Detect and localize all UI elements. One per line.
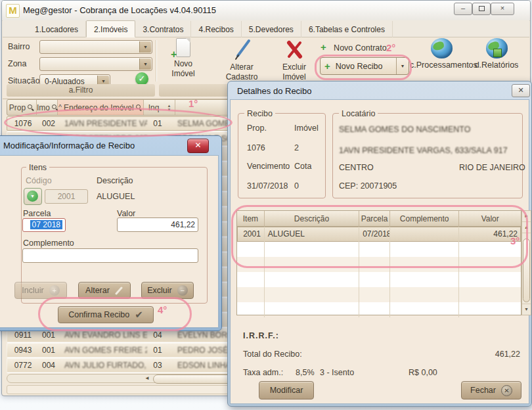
sort-asc-icon: ^ [58, 104, 62, 111]
minus-circle-icon: − [177, 285, 188, 296]
relatorios-button[interactable]: d.Relatórios [473, 38, 520, 70]
scroll-up-icon[interactable]: ▲ [522, 222, 531, 233]
tab-imoveis[interactable]: 2.Imóveis [86, 20, 135, 37]
close-button[interactable]: ✕ [187, 139, 209, 153]
col-item[interactable]: Item [237, 211, 265, 226]
ribbon-separator [156, 40, 156, 81]
complemento-label: Complemento [23, 239, 74, 248]
codigo-field[interactable]: 2001 [45, 189, 88, 204]
items-table: Item Descrição Parcela Complemento Valor… [236, 210, 521, 315]
pencil-icon [115, 286, 123, 295]
novo-recibo-button[interactable]: + Novo Recibo ▼ [320, 57, 409, 75]
parcela-label: Parcela [23, 209, 51, 218]
cota-value: 0 [294, 181, 299, 191]
codigo-picker-button[interactable]: ▼ [24, 188, 42, 205]
col-valor[interactable]: Valor [459, 211, 521, 226]
new-document-icon: + [176, 38, 190, 59]
dialog-title: Detalhes do Recibo [237, 86, 311, 96]
main-titlebar[interactable]: M Meg@gestor - Cobrança de Locações v4.0… [2, 1, 530, 21]
globe-icon [431, 38, 453, 58]
scroll-right-icon[interactable]: ► [522, 211, 531, 222]
tab-recibos[interactable]: 4.Recibos [191, 21, 241, 37]
imovel-value: 2 [294, 143, 299, 152]
col-descricao[interactable]: Descrição [265, 211, 359, 226]
incluir-button[interactable]: Incluir + [14, 282, 67, 299]
complemento-field[interactable] [22, 248, 198, 263]
tab-tabelas-controles[interactable]: 6.Tabelas e Controles [301, 21, 393, 37]
col-parcela[interactable]: Parcela [359, 211, 390, 226]
search-icon[interactable] [136, 104, 143, 111]
bairro-combo[interactable]: ▼ [39, 40, 152, 54]
modificacao-recibo-dialog: Modificação/Informação de Recibo ✕ Itens… [0, 135, 222, 331]
horizontal-scrollbar[interactable]: ◄ [7, 374, 233, 383]
close-button[interactable]: × [491, 3, 514, 15]
locatario-district: CENTRO [339, 163, 374, 172]
scroll-left-icon[interactable]: ◄ [143, 375, 152, 382]
zona-combo[interactable]: ▼ [39, 57, 152, 71]
chevron-down-icon[interactable]: ▼ [139, 41, 151, 53]
fechar-button[interactable]: Fechar ✕ [461, 381, 521, 399]
chevron-down-icon[interactable]: ▼ [139, 58, 151, 70]
confirma-recibo-button[interactable]: Confirma Recibo ✔ [58, 306, 154, 323]
zona-label: Zona [8, 59, 27, 68]
modificar-button[interactable]: Modificar [259, 381, 314, 399]
plus-circle-icon: + [49, 285, 60, 296]
alterar-button[interactable]: Alterar [78, 282, 131, 299]
taxa-percent: 8,5% [296, 368, 315, 377]
dialog-body: Itens Código ▼ 2001 Descrição ALUGUEL Pa… [0, 155, 219, 328]
red-x-icon [284, 38, 305, 60]
prop-value: 1076 [247, 143, 265, 152]
tab-contratos[interactable]: 3.Contratos [135, 21, 191, 37]
plus-icon: + [324, 60, 330, 72]
locatario-group-label: Locatário [339, 109, 378, 118]
empty-row [237, 287, 521, 302]
itens-group-label: Itens [26, 163, 49, 172]
descricao-label: Descrição [97, 176, 133, 185]
codigo-label: Código [26, 176, 52, 185]
locatario-city: RIO DE JANEIRO [459, 163, 525, 172]
novo-contrato-button[interactable]: + Novo Contrato [321, 41, 406, 53]
sort-widget[interactable]: ▲▼ [164, 100, 175, 115]
app-logo-icon: M [6, 4, 20, 18]
valor-label: Valor [117, 209, 135, 218]
processamentos-button[interactable]: c.Processamentos [410, 38, 473, 70]
novo-imovel-button[interactable]: + Novo Imóvel [159, 38, 208, 79]
scrollbar-thumb[interactable] [523, 239, 530, 302]
recibo-group-label: Recibo [244, 109, 275, 118]
tab-locadores[interactable]: 1.Locadores [28, 21, 86, 37]
col-header-imo[interactable]: Imo [37, 100, 58, 115]
col-header-endereco[interactable]: ^ Endereço do Imóvel [58, 100, 144, 115]
window-title: Meg@gestor - Cobrança de Locações v4.04.… [23, 5, 216, 15]
apply-filter-check-icon[interactable]: ✓ [135, 72, 148, 85]
alterar-cadastro-button[interactable]: Alterar Cadastro [213, 38, 271, 82]
minimize-button[interactable]: – [454, 3, 472, 15]
close-circle-icon: ✕ [501, 385, 512, 396]
scroll-down-icon[interactable]: ▼ [522, 304, 531, 315]
search-icon[interactable] [52, 104, 57, 111]
valor-field[interactable]: 461,22 [117, 217, 198, 232]
maximize-button[interactable] [472, 3, 491, 15]
vencimento-label: Vencimento [247, 162, 290, 171]
vertical-scrollbar[interactable]: ► ▲ ▼ [521, 210, 531, 315]
pen-icon [231, 38, 253, 60]
descricao-value: ALUGUEL [97, 192, 135, 201]
parcela-field[interactable]: 07 2018 [22, 218, 66, 232]
dropdown-arrow-icon[interactable]: ▼ [396, 58, 409, 74]
dialog-body: Recibo Prop. Imóvel 1076 2 Vencimento Co… [230, 99, 529, 404]
close-button[interactable]: ✕ [512, 84, 530, 97]
item-row[interactable]: 2001 ALUGUEL 07/2018 461,22 [237, 227, 521, 242]
filter-group-band: a.Filtro [7, 84, 155, 97]
col-header-prop[interactable]: Prop [7, 100, 37, 115]
locatario-address: 1AVN PRESIDENTE VARGAS, 633/SALA 917 [339, 146, 508, 155]
col-complemento[interactable]: Complemento [390, 211, 460, 226]
col-header-inq[interactable]: Inq [144, 100, 164, 115]
tab-devedores[interactable]: 5.Devedores [242, 21, 301, 37]
scrollbar-thumb[interactable] [153, 375, 236, 384]
tab-strip: 1.Locadores2.Imóveis3.Contratos4.Recibos… [3, 20, 529, 37]
excluir-button[interactable]: Excluir − [141, 282, 194, 299]
green-dropdown-icon: ▼ [27, 191, 38, 202]
search-icon[interactable] [28, 104, 34, 111]
plus-icon: + [321, 41, 326, 53]
excluir-imovel-button[interactable]: Excluir Imóvel [273, 38, 315, 82]
taxa-type: 3 - Isento [320, 368, 354, 377]
